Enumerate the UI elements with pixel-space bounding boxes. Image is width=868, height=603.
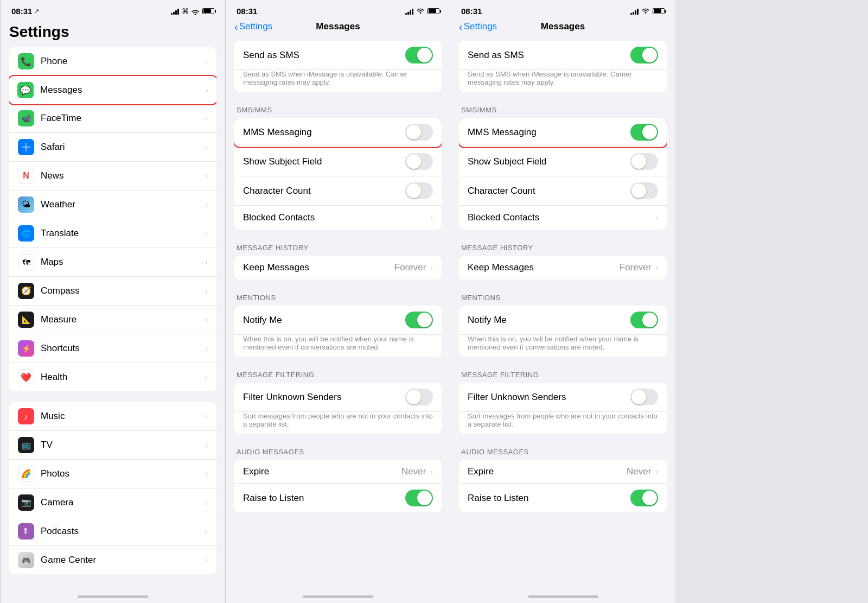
blocked-contacts-row-3[interactable]: Blocked Contacts ›: [459, 206, 667, 230]
settings-row-shortcuts[interactable]: ⚡ Shortcuts ›: [9, 334, 216, 363]
settings-scroll-1[interactable]: 📞 Phone › 💬 Messages › 📹: [1, 47, 225, 592]
char-count-row-3[interactable]: Character Count: [459, 176, 667, 206]
mms-messaging-toggle-2[interactable]: [405, 124, 433, 141]
location-icon-1: ↗: [34, 8, 39, 15]
camera-chevron: ›: [205, 498, 208, 507]
raise-to-listen-label-3: Raise to Listen: [468, 493, 630, 504]
settings-row-podcasts[interactable]: 🎙 Podcasts ›: [9, 517, 216, 546]
facetime-icon: 📹: [18, 110, 34, 126]
raise-to-listen-label-2: Raise to Listen: [243, 493, 405, 504]
mentions-label-2: MENTIONS: [226, 290, 450, 306]
podcasts-label: Podcasts: [41, 526, 203, 537]
settings-row-safari[interactable]: Safari ›: [9, 133, 216, 162]
back-button-2[interactable]: ‹ Settings: [234, 21, 272, 32]
notify-me-row-2[interactable]: Notify Me: [234, 306, 442, 335]
settings-row-health[interactable]: ❤️ Health ›: [9, 363, 216, 391]
raise-to-listen-row-2[interactable]: Raise to Listen: [234, 484, 442, 512]
messages-scroll-2[interactable]: Send as SMS Send as SMS when iMessage is…: [226, 36, 450, 592]
shortcuts-chevron: ›: [205, 344, 208, 353]
settings-row-news[interactable]: N News ›: [9, 162, 216, 191]
show-subject-toggle-2[interactable]: [405, 153, 433, 170]
settings-row-photos[interactable]: 🌈 Photos ›: [9, 460, 216, 488]
blocked-contacts-row-2[interactable]: Blocked Contacts ›: [234, 206, 442, 230]
notify-me-toggle-3[interactable]: [630, 312, 658, 328]
expire-chevron-2: ›: [430, 467, 433, 476]
char-count-toggle-3[interactable]: [630, 182, 658, 199]
show-subject-row-2[interactable]: Show Subject Field: [234, 147, 442, 176]
tv-label: TV: [41, 440, 203, 450]
news-label: News: [41, 170, 203, 181]
keep-messages-row-3[interactable]: Keep Messages Forever ›: [459, 256, 667, 280]
phone-3: 08:31 ‹ Settings Messages: [450, 0, 675, 603]
tv-icon: 📺: [18, 437, 34, 453]
char-count-row-2[interactable]: Character Count: [234, 176, 442, 206]
expire-value-2: Never: [401, 466, 426, 477]
settings-row-weather[interactable]: 🌤 Weather ›: [9, 191, 216, 219]
messages-label: Messages: [40, 85, 203, 96]
settings-row-gamecenter[interactable]: 🎮 Game Center ›: [9, 546, 216, 574]
settings-row-measure[interactable]: 📐 Measure ›: [9, 306, 216, 334]
safari-chevron: ›: [205, 143, 208, 151]
settings-row-phone[interactable]: 📞 Phone ›: [9, 47, 216, 76]
char-count-label-3: Character Count: [468, 186, 630, 196]
expire-row-2[interactable]: Expire Never ›: [234, 460, 442, 484]
msg-history-label-2: MESSAGE HISTORY: [226, 240, 450, 256]
settings-row-music[interactable]: ♪ Music ›: [9, 402, 216, 431]
page-title-2: Messages: [316, 21, 360, 32]
raise-to-listen-toggle-3[interactable]: [630, 490, 658, 506]
send-as-sms-sub-2: Send as SMS when iMessage is unavailable…: [234, 70, 442, 92]
mms-messaging-toggle-3[interactable]: [630, 124, 658, 141]
notify-me-sub-2: When this is on, you will be notified wh…: [234, 335, 442, 357]
filter-unknown-toggle-3[interactable]: [630, 389, 658, 405]
settings-row-maps[interactable]: 🗺 Maps ›: [9, 248, 216, 277]
filter-unknown-row-2[interactable]: Filter Unknown Senders: [234, 383, 442, 412]
home-indicator-1: [1, 592, 225, 603]
keep-messages-value-2: Forever: [394, 262, 426, 273]
phone-1: 08:31 ↗ ⌘ Settings: [0, 0, 225, 603]
messages-scroll-3[interactable]: Send as SMS Send as SMS when iMessage is…: [450, 36, 675, 592]
keep-messages-label-3: Keep Messages: [468, 262, 620, 273]
raise-to-listen-toggle-2[interactable]: [405, 490, 433, 506]
send-as-sms-label-3: Send as SMS: [468, 50, 630, 61]
expire-label-2: Expire: [243, 466, 401, 477]
settings-row-compass[interactable]: 🧭 Compass ›: [9, 277, 216, 306]
mentions-group-2: Notify Me When this is on, you will be n…: [234, 306, 442, 357]
back-button-3[interactable]: ‹ Settings: [459, 21, 497, 32]
keep-messages-value-3: Forever: [620, 262, 652, 273]
mms-messaging-row-2[interactable]: MMS Messaging: [234, 118, 442, 147]
podcasts-chevron: ›: [205, 527, 208, 536]
show-subject-toggle-3[interactable]: [630, 153, 658, 170]
settings-row-translate[interactable]: 🌐 Translate ›: [9, 219, 216, 248]
send-as-sms-row-2[interactable]: Send as SMS: [234, 41, 442, 70]
raise-to-listen-row-3[interactable]: Raise to Listen: [459, 484, 667, 512]
nav-header-3: ‹ Settings Messages: [450, 19, 675, 36]
notify-me-toggle-2[interactable]: [405, 312, 433, 328]
filter-unknown-row-3[interactable]: Filter Unknown Senders: [459, 383, 667, 412]
blocked-contacts-label-3: Blocked Contacts: [468, 212, 653, 223]
shortcuts-icon: ⚡: [18, 340, 34, 357]
send-as-sms-row-3[interactable]: Send as SMS: [459, 41, 667, 70]
settings-row-camera[interactable]: 📷 Camera ›: [9, 488, 216, 517]
send-as-sms-toggle-2[interactable]: [405, 47, 433, 64]
sms-mms-label-2: SMS/MMS: [226, 103, 450, 118]
sms-mms-group-2: MMS Messaging Show Subject Field Charact…: [234, 118, 442, 230]
maps-icon: 🗺: [18, 254, 34, 270]
news-chevron: ›: [205, 172, 208, 180]
char-count-toggle-2[interactable]: [405, 182, 433, 199]
facetime-label: FaceTime: [41, 113, 203, 124]
shortcuts-label: Shortcuts: [41, 343, 203, 354]
settings-row-tv[interactable]: 📺 TV ›: [9, 431, 216, 460]
expire-row-3[interactable]: Expire Never ›: [459, 460, 667, 484]
health-label: Health: [41, 372, 203, 383]
notify-me-row-3[interactable]: Notify Me: [459, 306, 667, 335]
music-icon: ♪: [18, 408, 34, 424]
filter-unknown-toggle-2[interactable]: [405, 389, 433, 405]
send-as-sms-toggle-3[interactable]: [630, 47, 658, 64]
show-subject-row-3[interactable]: Show Subject Field: [459, 147, 667, 176]
notify-me-label-3: Notify Me: [468, 315, 630, 326]
mms-messaging-row-3[interactable]: MMS Messaging: [459, 118, 667, 147]
keep-messages-row-2[interactable]: Keep Messages Forever ›: [234, 256, 442, 280]
photos-icon: 🌈: [18, 466, 34, 482]
settings-row-facetime[interactable]: 📹 FaceTime ›: [9, 104, 216, 133]
settings-row-messages[interactable]: 💬 Messages ›: [9, 76, 216, 104]
